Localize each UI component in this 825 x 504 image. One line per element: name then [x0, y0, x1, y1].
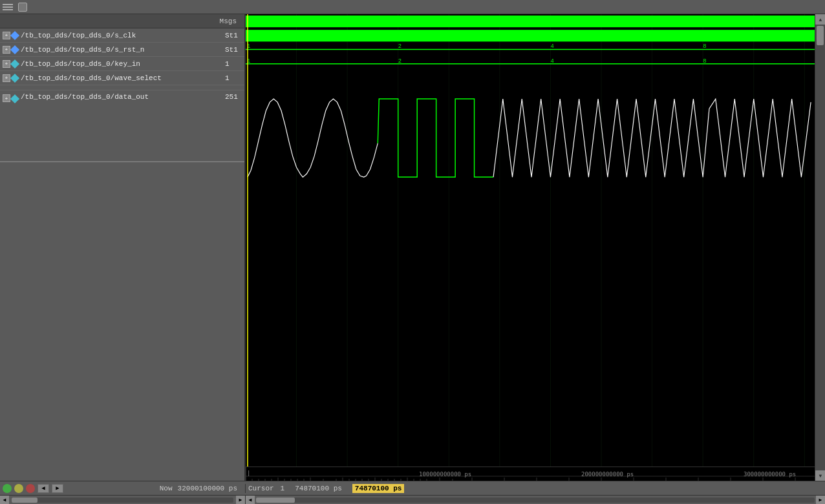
- signal-value-wave: 1: [222, 74, 242, 82]
- h-scroll-waveform-thumb: [256, 498, 295, 503]
- svg-text:300000000000 ps: 300000000000 ps: [744, 471, 796, 478]
- new-icon[interactable]: [18, 3, 27, 12]
- toolbar: [0, 0, 825, 14]
- svg-text:100000000000 ps: 100000000000 ps: [419, 471, 471, 478]
- svg-rect-13: [246, 30, 815, 41]
- menu-icon[interactable]: [3, 3, 16, 12]
- signal-value-dataout: 251: [222, 93, 242, 101]
- signal-icon-clk: [10, 30, 19, 39]
- h-scroll-track-left[interactable]: [12, 498, 233, 503]
- h-scroll-right: ◀ ▶: [246, 496, 825, 505]
- h-scroll-waveform-right-btn[interactable]: ▶: [816, 496, 825, 505]
- signal-name-clk: /tb_top_dds/top_dds_0/s_clk: [21, 32, 222, 39]
- signal-name-wave: /tb_top_dds/top_dds_0/wave_select: [21, 74, 222, 82]
- waveform-svg: 1 2 4 8 1 2 4 8: [246, 14, 815, 481]
- green-status-icon: [3, 484, 12, 493]
- content-area: Msgs + /tb_top_dds/top_dds_0/s_clk St1 +…: [0, 14, 825, 481]
- svg-text:|: |: [247, 470, 250, 476]
- svg-text:8: 8: [703, 58, 706, 65]
- spacer-row: [0, 85, 244, 90]
- yellow-status-icon: [14, 484, 23, 493]
- status-now-label: Now: [160, 485, 173, 492]
- signal-name-rst: /tb_top_dds/top_dds_0/s_rst_n: [21, 46, 222, 54]
- h-scroll-left-btn[interactable]: ◀: [0, 496, 9, 505]
- h-scroll-right-btn[interactable]: ▶: [236, 496, 245, 505]
- signal-icon-dataout: [10, 94, 19, 103]
- arrow-left-btn[interactable]: ◀: [38, 484, 49, 493]
- msgs-label: Msgs: [220, 17, 242, 25]
- signal-icon-rst: [10, 45, 19, 54]
- svg-rect-12: [246, 16, 815, 27]
- right-scrollbar: ▲ ▼: [815, 14, 825, 481]
- timeline-bar: | 100000000000 ps 200000000000 ps 300000…: [246, 467, 815, 481]
- svg-text:4: 4: [550, 58, 553, 65]
- expand-icon-clk[interactable]: +: [3, 32, 10, 39]
- scroll-track[interactable]: [815, 25, 825, 470]
- svg-text:2: 2: [398, 43, 402, 50]
- signal-panel: Msgs + /tb_top_dds/top_dds_0/s_clk St1 +…: [0, 14, 246, 481]
- expand-icon-dataout[interactable]: +: [3, 94, 10, 102]
- scroll-up-btn[interactable]: ▲: [815, 14, 825, 25]
- expand-icon-wave[interactable]: +: [3, 74, 10, 82]
- cursor-time-value: 74870100 ps: [290, 485, 347, 492]
- signal-icon-wave: [10, 73, 19, 82]
- waveform-area[interactable]: 1 2 4 8 1 2 4 8: [246, 14, 815, 481]
- status-left: ◀ ▶ Now 32000100000 ps: [0, 484, 246, 493]
- svg-text:2: 2: [398, 58, 402, 65]
- timeline-svg: | 100000000000 ps 200000000000 ps 300000…: [246, 467, 815, 481]
- red-status-icon: [26, 484, 35, 493]
- expand-icon-rst[interactable]: +: [3, 46, 10, 54]
- signal-value-clk: St1: [222, 32, 242, 39]
- signal-name-dataout: /tb_top_dds/top_dds_0/data_out: [21, 93, 222, 101]
- signal-list: + /tb_top_dds/top_dds_0/s_clk St1 + /tb_…: [0, 28, 244, 481]
- scroll-thumb: [817, 26, 824, 45]
- h-scroll-waveform-track[interactable]: [256, 498, 815, 503]
- main-container: Msgs + /tb_top_dds/top_dds_0/s_clk St1 +…: [0, 0, 825, 504]
- signal-row-key[interactable]: + /tb_top_dds/top_dds_0/key_in 1: [0, 57, 244, 71]
- svg-text:8: 8: [703, 43, 706, 50]
- status-bar: ◀ ▶ Now 32000100000 ps Cursor 1 74870100…: [0, 481, 825, 495]
- h-scrollbar: ◀ ▶ ◀ ▶: [0, 495, 825, 504]
- status-right: Cursor 1 74870100 ps 74870100 ps: [246, 484, 825, 493]
- signal-row-rst[interactable]: + /tb_top_dds/top_dds_0/s_rst_n St1: [0, 43, 244, 57]
- svg-rect-0: [246, 14, 815, 481]
- svg-text:4: 4: [550, 43, 553, 50]
- h-scroll-waveform-left-btn[interactable]: ◀: [246, 496, 255, 505]
- separator-line: [0, 162, 244, 162]
- h-scroll-left-panel: ◀ ▶: [0, 496, 246, 505]
- signal-row-wave[interactable]: + /tb_top_dds/top_dds_0/wave_select 1: [0, 71, 244, 85]
- arrow-right-btn[interactable]: ▶: [52, 484, 63, 493]
- signal-header: Msgs: [0, 14, 244, 28]
- cursor-time-box: 74870100 ps: [352, 484, 405, 493]
- signal-name-key: /tb_top_dds/top_dds_0/key_in: [21, 60, 222, 68]
- status-now-value: 32000100000 ps: [175, 485, 242, 492]
- svg-text:200000000000 ps: 200000000000 ps: [581, 471, 634, 478]
- signal-row-dataout[interactable]: + /tb_top_dds/top_dds_0/data_out 251: [0, 90, 244, 162]
- h-scroll-thumb-left: [12, 498, 38, 503]
- cursor-label: Cursor: [248, 485, 274, 492]
- signal-value-key: 1: [222, 60, 242, 68]
- signal-value-rst: St1: [222, 46, 242, 54]
- signal-icon-key: [10, 59, 19, 68]
- expand-icon-key[interactable]: +: [3, 60, 10, 68]
- signal-row-clk[interactable]: + /tb_top_dds/top_dds_0/s_clk St1: [0, 28, 244, 43]
- scroll-down-btn[interactable]: ▼: [815, 470, 825, 481]
- cursor-number: 1: [279, 485, 285, 492]
